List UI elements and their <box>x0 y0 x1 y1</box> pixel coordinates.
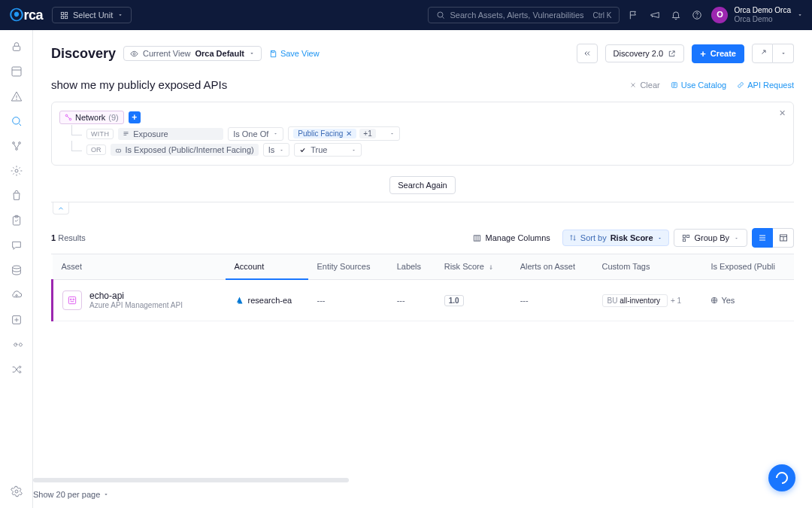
with-connector: WITH <box>86 129 114 139</box>
user-name: Orca Demo Orca <box>734 6 791 15</box>
svg-rect-26 <box>474 235 480 240</box>
filter-value-dropdown[interactable]: Public Facing ✕ +1 <box>288 126 399 141</box>
query-row: show me my publicly exposed APIs Clear U… <box>51 72 794 102</box>
graph-icon[interactable] <box>11 140 23 152</box>
settings-icon[interactable] <box>11 165 23 177</box>
bell-icon[interactable] <box>671 10 681 20</box>
entity-filter-chip[interactable]: Network (9) <box>59 111 124 124</box>
clipboard-icon[interactable] <box>11 214 23 227</box>
dashboard-icon[interactable] <box>11 65 23 78</box>
results-count: 1 Results <box>51 233 86 242</box>
filter-field-exposure[interactable]: Exposure <box>118 128 223 140</box>
api-request-button[interactable]: API Request <box>737 81 794 90</box>
table-header-row: Asset Account Entity Sources Labels Risk… <box>53 254 795 279</box>
svg-rect-8 <box>12 67 21 76</box>
col-custom-tags[interactable]: Custom Tags <box>593 254 702 279</box>
svg-point-6 <box>697 17 698 18</box>
results-toolbar: 1 Results Manage Columns Sort by Risk Sc… <box>51 214 794 254</box>
svg-point-32 <box>70 298 71 300</box>
svg-point-12 <box>18 142 20 144</box>
orca-icon <box>774 470 791 487</box>
add-box-icon[interactable] <box>11 314 23 326</box>
manage-columns-button[interactable]: Manage Columns <box>465 230 558 246</box>
svg-point-11 <box>12 142 14 144</box>
svg-point-17 <box>12 266 20 269</box>
page-header: Discovery Current View Orca Default Save… <box>51 30 794 72</box>
search-again-button[interactable]: Search Again <box>389 176 455 194</box>
current-view-selector[interactable]: Current View Orca Default <box>123 46 262 61</box>
col-risk-score[interactable]: Risk Score <box>435 254 511 279</box>
chat-icon[interactable] <box>11 239 23 251</box>
svg-point-33 <box>73 298 74 300</box>
svg-point-19 <box>15 490 18 493</box>
api-icon <box>62 291 82 310</box>
save-view-button[interactable]: Save View <box>269 49 320 58</box>
risk-score-badge: 1.0 <box>444 295 464 306</box>
left-sidebar <box>0 30 33 508</box>
list-view-button[interactable] <box>752 228 773 248</box>
logo[interactable]: ⦿rca <box>9 7 43 24</box>
search-kbd: Ctrl K <box>592 11 611 20</box>
user-menu[interactable]: O Orca Demo Orca Orca Demo <box>711 6 803 24</box>
collapse-filters-toggle[interactable] <box>53 202 69 214</box>
search-icon[interactable] <box>11 115 23 127</box>
exposed-cell: Yes <box>710 296 785 305</box>
export-dropdown[interactable] <box>773 44 794 63</box>
svg-rect-28 <box>686 235 689 237</box>
unit-label: Select Unit <box>73 11 113 20</box>
col-asset[interactable]: Asset <box>53 254 226 279</box>
help-icon[interactable] <box>692 10 702 20</box>
shopping-icon[interactable] <box>11 190 23 202</box>
filter-field-isexposed[interactable]: Is Exposed (Public/Internet Facing) <box>111 144 259 156</box>
svg-point-25 <box>117 150 118 151</box>
sort-by-selector[interactable]: Sort by Risk Score <box>562 230 669 246</box>
svg-point-13 <box>15 148 17 151</box>
svg-rect-2 <box>61 16 63 18</box>
alert-icon[interactable] <box>11 90 23 102</box>
horizontal-scrollbar[interactable] <box>33 478 349 482</box>
svg-rect-3 <box>65 16 67 18</box>
nav-icons <box>629 10 702 20</box>
cloud-icon[interactable] <box>11 289 23 301</box>
panel-view-button[interactable] <box>773 228 794 248</box>
close-filters-icon[interactable]: ✕ <box>779 108 786 118</box>
svg-point-14 <box>15 169 18 172</box>
use-catalog-button[interactable]: Use Catalog <box>671 81 727 90</box>
col-alerts[interactable]: Alerts on Asset <box>511 254 593 279</box>
shuffle-icon[interactable] <box>11 364 23 376</box>
create-button[interactable]: + Create <box>692 44 744 63</box>
database-icon[interactable] <box>11 264 23 276</box>
svg-point-4 <box>438 12 443 17</box>
user-org: Orca Demo <box>734 15 791 24</box>
gear-icon[interactable] <box>11 485 23 497</box>
unit-selector[interactable]: Select Unit <box>52 7 132 23</box>
svg-point-9 <box>16 99 17 100</box>
page-size-selector[interactable]: Show 20 per page <box>33 485 794 503</box>
export-button[interactable] <box>752 44 773 63</box>
global-search[interactable]: Search Assets, Alerts, Vulnerabilities C… <box>428 7 620 23</box>
help-fab[interactable] <box>768 464 795 491</box>
clear-button[interactable]: Clear <box>629 81 659 90</box>
filter-value-true[interactable]: True <box>294 143 362 157</box>
filter-op-isoneof[interactable]: Is One Of <box>228 127 283 141</box>
col-account[interactable]: Account <box>226 254 308 279</box>
infinity-icon[interactable] <box>11 339 23 351</box>
account-cell: research-ea <box>235 296 299 305</box>
discovery-2-button[interactable]: Discovery 2.0 <box>605 44 685 62</box>
svg-rect-0 <box>61 12 63 14</box>
col-is-exposed[interactable]: Is Exposed (Publi <box>701 254 794 279</box>
filter-value-public-facing[interactable]: Public Facing ✕ <box>293 129 356 138</box>
table-row[interactable]: echo-api Azure API Management API resear… <box>53 279 795 321</box>
col-entity-sources[interactable]: Entity Sources <box>308 254 388 279</box>
lock-icon[interactable] <box>11 41 23 53</box>
col-labels[interactable]: Labels <box>388 254 435 279</box>
megaphone-icon[interactable] <box>650 10 660 20</box>
collapse-left-button[interactable] <box>577 44 598 63</box>
filter-op-is[interactable]: Is <box>263 143 290 157</box>
main-content: Discovery Current View Orca Default Save… <box>33 30 812 508</box>
custom-tag-chip[interactable]: BU all-inventory <box>602 294 668 307</box>
add-filter-button[interactable]: + <box>129 111 141 123</box>
group-by-selector[interactable]: Group By <box>674 229 747 247</box>
svg-point-10 <box>12 117 19 124</box>
flag-icon[interactable] <box>629 10 639 20</box>
